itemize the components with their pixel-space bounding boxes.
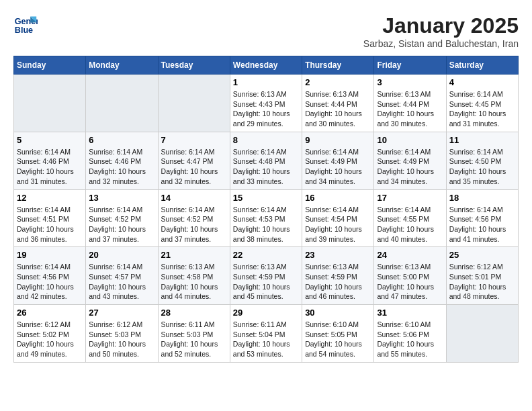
day-cell (86, 75, 158, 132)
week-row-5: 26Sunrise: 6:12 AM Sunset: 5:02 PM Dayli… (14, 305, 519, 363)
day-info: Sunrise: 6:14 AM Sunset: 4:45 PM Dayligh… (449, 89, 515, 129)
day-number: 18 (449, 193, 515, 203)
day-cell: 26Sunrise: 6:12 AM Sunset: 5:02 PM Dayli… (14, 305, 86, 363)
day-info: Sunrise: 6:14 AM Sunset: 4:50 PM Dayligh… (449, 147, 515, 187)
day-number: 28 (161, 308, 227, 318)
day-number: 5 (17, 135, 83, 145)
day-cell (446, 305, 518, 363)
day-cell: 14Sunrise: 6:14 AM Sunset: 4:52 PM Dayli… (158, 189, 230, 247)
weekday-header-friday: Friday (374, 56, 446, 75)
page-header: General Blue January 2025 Sarbaz, Sistan… (13, 13, 519, 49)
day-number: 14 (161, 193, 227, 203)
day-cell: 23Sunrise: 6:13 AM Sunset: 4:59 PM Dayli… (302, 247, 374, 305)
day-info: Sunrise: 6:14 AM Sunset: 4:46 PM Dayligh… (17, 147, 83, 187)
day-cell: 20Sunrise: 6:14 AM Sunset: 4:57 PM Dayli… (86, 247, 158, 305)
day-cell: 19Sunrise: 6:14 AM Sunset: 4:56 PM Dayli… (14, 247, 86, 305)
title-block: January 2025 Sarbaz, Sistan and Baluches… (363, 13, 519, 49)
weekday-header-sunday: Sunday (14, 56, 86, 75)
day-cell: 29Sunrise: 6:11 AM Sunset: 5:04 PM Dayli… (230, 305, 302, 363)
day-cell: 28Sunrise: 6:11 AM Sunset: 5:03 PM Dayli… (158, 305, 230, 363)
day-number: 26 (17, 308, 83, 318)
week-row-4: 19Sunrise: 6:14 AM Sunset: 4:56 PM Dayli… (14, 247, 519, 305)
weekday-header-saturday: Saturday (446, 56, 518, 75)
logo-icon: General Blue (13, 13, 38, 38)
day-info: Sunrise: 6:10 AM Sunset: 5:05 PM Dayligh… (305, 320, 371, 359)
day-info: Sunrise: 6:14 AM Sunset: 4:49 PM Dayligh… (305, 147, 371, 187)
day-info: Sunrise: 6:14 AM Sunset: 4:48 PM Dayligh… (233, 147, 299, 187)
day-cell: 27Sunrise: 6:12 AM Sunset: 5:03 PM Dayli… (86, 305, 158, 363)
day-number: 20 (89, 250, 154, 260)
day-number: 27 (89, 308, 154, 318)
day-cell (14, 75, 86, 132)
day-cell: 12Sunrise: 6:14 AM Sunset: 4:51 PM Dayli… (14, 189, 86, 247)
day-info: Sunrise: 6:14 AM Sunset: 4:52 PM Dayligh… (161, 205, 227, 244)
day-number: 17 (377, 193, 443, 203)
day-info: Sunrise: 6:13 AM Sunset: 4:44 PM Dayligh… (377, 89, 443, 129)
day-info: Sunrise: 6:12 AM Sunset: 5:03 PM Dayligh… (89, 320, 154, 359)
day-cell: 25Sunrise: 6:12 AM Sunset: 5:01 PM Dayli… (446, 247, 518, 305)
day-number: 16 (305, 193, 371, 203)
day-number: 3 (377, 77, 443, 87)
day-number: 7 (161, 135, 227, 145)
day-info: Sunrise: 6:10 AM Sunset: 5:06 PM Dayligh… (377, 320, 443, 359)
day-cell: 11Sunrise: 6:14 AM Sunset: 4:50 PM Dayli… (446, 132, 518, 189)
day-cell: 9Sunrise: 6:14 AM Sunset: 4:49 PM Daylig… (302, 132, 374, 189)
day-info: Sunrise: 6:14 AM Sunset: 4:51 PM Dayligh… (17, 205, 83, 244)
day-cell: 24Sunrise: 6:13 AM Sunset: 5:00 PM Dayli… (374, 247, 446, 305)
day-cell: 6Sunrise: 6:14 AM Sunset: 4:46 PM Daylig… (86, 132, 158, 189)
day-cell: 30Sunrise: 6:10 AM Sunset: 5:05 PM Dayli… (302, 305, 374, 363)
day-cell: 2Sunrise: 6:13 AM Sunset: 4:44 PM Daylig… (302, 75, 374, 132)
day-info: Sunrise: 6:11 AM Sunset: 5:04 PM Dayligh… (233, 320, 299, 359)
day-number: 23 (305, 250, 371, 260)
location-subtitle: Sarbaz, Sistan and Baluchestan, Iran (363, 38, 519, 49)
weekday-header-thursday: Thursday (302, 56, 374, 75)
day-number: 22 (233, 250, 299, 260)
day-number: 13 (89, 193, 154, 203)
day-cell: 21Sunrise: 6:13 AM Sunset: 4:58 PM Dayli… (158, 247, 230, 305)
day-info: Sunrise: 6:12 AM Sunset: 5:02 PM Dayligh… (17, 320, 83, 359)
week-row-1: 1Sunrise: 6:13 AM Sunset: 4:43 PM Daylig… (14, 75, 519, 132)
day-cell: 8Sunrise: 6:14 AM Sunset: 4:48 PM Daylig… (230, 132, 302, 189)
day-number: 31 (377, 308, 443, 318)
day-cell: 10Sunrise: 6:14 AM Sunset: 4:49 PM Dayli… (374, 132, 446, 189)
day-number: 6 (89, 135, 154, 145)
weekday-header-tuesday: Tuesday (158, 56, 230, 75)
month-title: January 2025 (363, 13, 519, 38)
day-number: 21 (161, 250, 227, 260)
day-cell: 4Sunrise: 6:14 AM Sunset: 4:45 PM Daylig… (446, 75, 518, 132)
svg-text:Blue: Blue (15, 26, 33, 35)
day-info: Sunrise: 6:14 AM Sunset: 4:49 PM Dayligh… (377, 147, 443, 187)
day-number: 1 (233, 77, 299, 87)
day-number: 19 (17, 250, 83, 260)
day-cell: 13Sunrise: 6:14 AM Sunset: 4:52 PM Dayli… (86, 189, 158, 247)
logo: General Blue (13, 13, 38, 38)
day-info: Sunrise: 6:13 AM Sunset: 4:44 PM Dayligh… (305, 89, 371, 129)
day-info: Sunrise: 6:14 AM Sunset: 4:56 PM Dayligh… (17, 262, 83, 302)
day-number: 25 (449, 250, 515, 260)
day-number: 12 (17, 193, 83, 203)
day-info: Sunrise: 6:14 AM Sunset: 4:47 PM Dayligh… (161, 147, 227, 187)
day-info: Sunrise: 6:14 AM Sunset: 4:52 PM Dayligh… (89, 205, 154, 244)
day-number: 24 (377, 250, 443, 260)
day-number: 10 (377, 135, 443, 145)
day-number: 2 (305, 77, 371, 87)
day-number: 30 (305, 308, 371, 318)
day-number: 9 (305, 135, 371, 145)
day-cell: 17Sunrise: 6:14 AM Sunset: 4:55 PM Dayli… (374, 189, 446, 247)
day-cell: 18Sunrise: 6:14 AM Sunset: 4:56 PM Dayli… (446, 189, 518, 247)
day-info: Sunrise: 6:13 AM Sunset: 4:59 PM Dayligh… (305, 262, 371, 302)
day-number: 11 (449, 135, 515, 145)
day-cell: 16Sunrise: 6:14 AM Sunset: 4:54 PM Dayli… (302, 189, 374, 247)
day-info: Sunrise: 6:13 AM Sunset: 5:00 PM Dayligh… (377, 262, 443, 302)
day-number: 8 (233, 135, 299, 145)
day-cell: 1Sunrise: 6:13 AM Sunset: 4:43 PM Daylig… (230, 75, 302, 132)
day-cell: 5Sunrise: 6:14 AM Sunset: 4:46 PM Daylig… (14, 132, 86, 189)
weekday-header-monday: Monday (86, 56, 158, 75)
day-info: Sunrise: 6:14 AM Sunset: 4:55 PM Dayligh… (377, 205, 443, 244)
day-number: 4 (449, 77, 515, 87)
week-row-3: 12Sunrise: 6:14 AM Sunset: 4:51 PM Dayli… (14, 189, 519, 247)
day-info: Sunrise: 6:12 AM Sunset: 5:01 PM Dayligh… (449, 262, 515, 302)
day-info: Sunrise: 6:13 AM Sunset: 4:43 PM Dayligh… (233, 89, 299, 129)
weekday-header-row: SundayMondayTuesdayWednesdayThursdayFrid… (14, 56, 519, 75)
day-cell: 3Sunrise: 6:13 AM Sunset: 4:44 PM Daylig… (374, 75, 446, 132)
